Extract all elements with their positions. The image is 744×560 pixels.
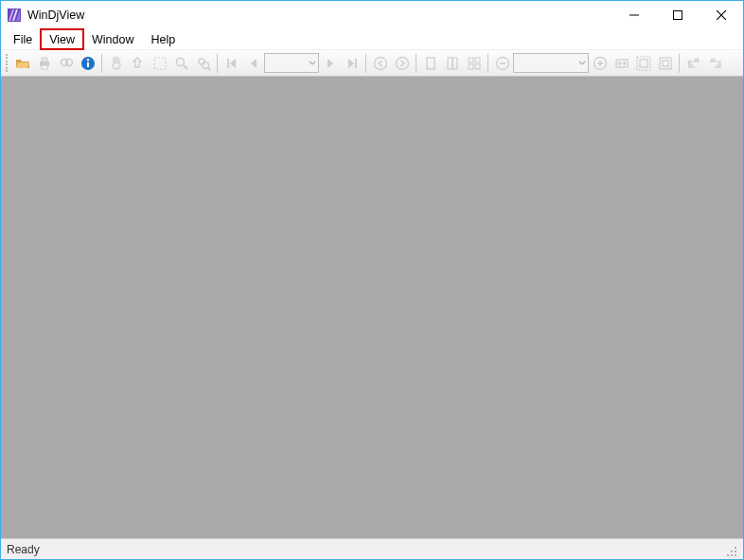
- menu-file[interactable]: File: [5, 29, 41, 49]
- fit-page-icon: [636, 56, 651, 71]
- svg-line-25: [426, 68, 428, 70]
- single-page-icon: [423, 56, 438, 71]
- prev-page-icon: [246, 56, 261, 71]
- fit-page-button: [632, 52, 654, 74]
- zoom-combo: [513, 53, 589, 73]
- svg-point-18: [202, 61, 208, 68]
- svg-point-48: [735, 554, 736, 556]
- svg-rect-14: [154, 58, 166, 69]
- single-page-button: [419, 52, 441, 74]
- svg-rect-40: [640, 60, 647, 67]
- svg-rect-30: [475, 58, 480, 62]
- menu-view[interactable]: View: [41, 29, 83, 49]
- open-icon: [15, 56, 30, 71]
- first-page-icon: [224, 56, 239, 71]
- actual-size-button: [654, 52, 676, 74]
- continuous-button: [441, 52, 463, 74]
- zoom-in-button: [589, 52, 611, 74]
- page-combo: [264, 53, 319, 73]
- toolbar-separator: [365, 54, 366, 73]
- window-controls: [612, 1, 743, 29]
- svg-rect-6: [42, 58, 47, 61]
- maximize-button[interactable]: [656, 1, 700, 29]
- last-page-icon: [345, 56, 360, 71]
- loupe-button: [192, 52, 214, 74]
- marquee-button: [149, 52, 170, 74]
- document-canvas: [1, 77, 743, 538]
- first-page-button: [221, 52, 242, 74]
- statusbar: Ready: [1, 538, 743, 559]
- svg-rect-41: [660, 58, 671, 69]
- toolbar-separator: [217, 54, 218, 73]
- minimize-button[interactable]: [612, 1, 656, 29]
- facing-button: [463, 52, 485, 74]
- find-icon: [59, 56, 74, 71]
- print-icon: [37, 56, 52, 71]
- magnify-icon: [174, 56, 189, 71]
- svg-point-23: [396, 57, 408, 69]
- prev-page-button: [242, 52, 264, 74]
- chevron-down-icon: [309, 60, 316, 67]
- select-rect-button: [127, 52, 149, 74]
- svg-rect-12: [87, 62, 89, 67]
- svg-rect-31: [469, 64, 473, 69]
- rotate-left-icon: [686, 56, 701, 71]
- svg-point-43: [735, 547, 736, 549]
- facing-icon: [467, 56, 482, 71]
- svg-line-19: [208, 68, 210, 70]
- rotate-right-button: [704, 52, 726, 74]
- close-button[interactable]: [700, 1, 743, 29]
- svg-line-16: [184, 65, 187, 69]
- nav-back-button: [369, 52, 391, 74]
- svg-point-15: [176, 58, 184, 65]
- menu-help[interactable]: Help: [143, 29, 185, 49]
- continuous-icon: [445, 56, 460, 71]
- chevron-down-icon: [578, 60, 586, 67]
- toolbar-grip[interactable]: [5, 54, 9, 73]
- svg-point-44: [731, 551, 733, 552]
- titlebar: WinDjView: [1, 1, 743, 29]
- svg-rect-24: [427, 58, 434, 69]
- status-text: Ready: [7, 543, 40, 556]
- svg-rect-42: [663, 61, 668, 66]
- nav-back-icon: [373, 56, 388, 71]
- print-button: [33, 52, 55, 74]
- info-button[interactable]: [77, 52, 98, 74]
- menu-window[interactable]: Window: [83, 29, 142, 49]
- last-page-button: [341, 52, 363, 74]
- app-window: WinDjView FileViewWindowHelp Ready: [0, 0, 744, 560]
- select-rect-icon: [131, 56, 146, 71]
- zoom-in-icon: [593, 56, 608, 71]
- app-icon: [7, 8, 22, 23]
- open-button[interactable]: [11, 52, 33, 74]
- svg-point-13: [86, 59, 88, 61]
- pan-button: [105, 52, 127, 74]
- pan-icon: [109, 56, 124, 71]
- svg-point-45: [735, 551, 736, 552]
- svg-line-26: [434, 68, 435, 70]
- fit-width-icon: [614, 56, 629, 71]
- magnify-button: [170, 52, 192, 74]
- rotate-right-icon: [708, 56, 723, 71]
- rotate-left-button: [682, 52, 704, 74]
- toolbar: [1, 50, 743, 77]
- window-title: WinDjView: [27, 9, 84, 22]
- svg-rect-27: [448, 58, 452, 69]
- toolbar-separator: [679, 54, 680, 73]
- marquee-icon: [152, 56, 168, 71]
- info-icon: [80, 56, 96, 71]
- nav-forward-icon: [395, 56, 410, 71]
- svg-rect-2: [674, 11, 682, 20]
- actual-size-icon: [658, 56, 673, 71]
- toolbar-separator: [101, 54, 102, 73]
- next-page-icon: [323, 56, 338, 71]
- fit-width-button: [611, 52, 632, 74]
- svg-rect-7: [42, 65, 47, 69]
- svg-point-46: [727, 554, 729, 556]
- resize-grip-icon[interactable]: [724, 544, 737, 557]
- menubar: FileViewWindowHelp: [1, 29, 743, 50]
- nav-forward-button: [391, 52, 413, 74]
- svg-rect-39: [637, 57, 650, 70]
- toolbar-separator: [487, 54, 488, 73]
- svg-rect-32: [475, 64, 480, 69]
